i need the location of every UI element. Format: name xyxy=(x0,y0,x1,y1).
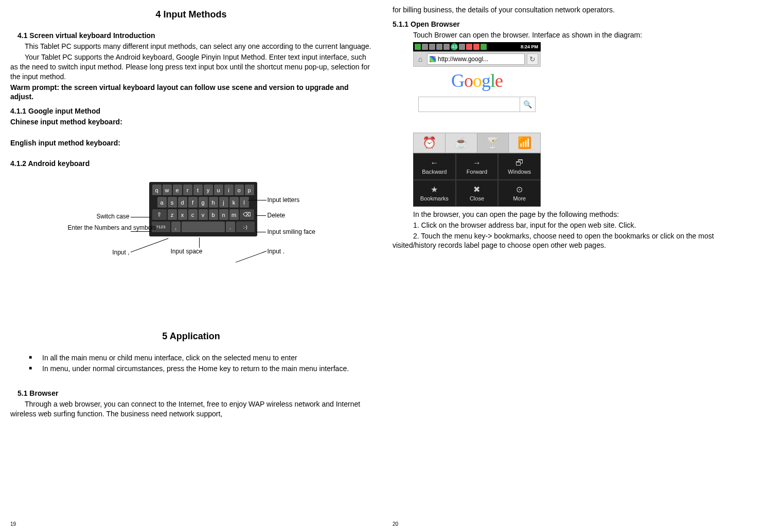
android-keyboard-diagram: q w e r t y u i o p a s d f g h j k l xyxy=(68,182,315,290)
key: m xyxy=(229,209,239,221)
signal-icon xyxy=(473,44,479,50)
battery-icon xyxy=(481,44,487,50)
menu-label: Close xyxy=(470,195,484,201)
menu-tab[interactable]: 🍸 xyxy=(477,133,509,153)
warm-prompt: Warm prompt: the screen virtual keyboard… xyxy=(10,83,372,102)
close-icon: ✖ xyxy=(473,185,480,194)
key: k xyxy=(229,197,239,208)
kb-row-2: a s d f g h j k l xyxy=(152,197,255,208)
key-smile: :-) xyxy=(236,222,255,233)
status-icon xyxy=(436,44,442,50)
menu-grid: ← Backward → Forward 🗗 Windows ★ Bookmar… xyxy=(413,153,541,207)
key: y xyxy=(204,185,213,196)
status-icon xyxy=(429,44,435,50)
menu-item-bookmarks[interactable]: ★ Bookmarks xyxy=(413,180,456,207)
menu-tab[interactable]: ☕ xyxy=(446,133,477,153)
key: i xyxy=(224,185,234,196)
key: w xyxy=(163,185,172,196)
label-input-space: Input space xyxy=(171,248,203,255)
favicon-icon xyxy=(430,56,436,62)
section-5-1-heading: 5.1 Browser xyxy=(10,389,372,397)
key: j xyxy=(219,197,228,208)
key-delete: ⌫ xyxy=(240,209,254,221)
menu-label: Forward xyxy=(467,169,487,175)
status-icon xyxy=(422,44,428,50)
section-4-1-1-heading: 4.1.1 Google input Method xyxy=(10,107,372,115)
key: h xyxy=(209,197,218,208)
label-switch-case: Switch case xyxy=(68,213,130,220)
status-icon xyxy=(459,44,465,50)
para-5-1-1: Touch Brower can open the browser. Inter… xyxy=(413,30,754,40)
page-right: for billing business, the details of you… xyxy=(382,0,764,532)
menu-label: Backward xyxy=(422,169,447,175)
page-number-right: 20 xyxy=(393,521,398,527)
key-shift: ⇧ xyxy=(152,209,167,221)
status-icon xyxy=(415,44,421,50)
menu-item-windows[interactable]: 🗗 Windows xyxy=(498,153,541,180)
key: a xyxy=(157,197,167,208)
url-text: http://www.googl... xyxy=(438,56,488,63)
key: v xyxy=(199,209,208,221)
address-bar[interactable]: http://www.googl... xyxy=(427,53,525,65)
label-input-period: Input . xyxy=(268,248,284,255)
para-4-1-a: This Tablet PC supports many different i… xyxy=(10,42,372,51)
more-icon: ⊙ xyxy=(516,185,523,194)
english-kb-label: English input method keyboard: xyxy=(10,138,372,148)
para-method-1: 1. Click on the browser address bar, inp… xyxy=(413,221,754,230)
search-row: 🔍 xyxy=(418,97,536,112)
key: e xyxy=(173,185,182,196)
chapter-4-title: 4 Input Methods xyxy=(10,9,372,20)
key: f xyxy=(188,197,198,208)
menu-tab[interactable]: ⏰ xyxy=(414,133,446,153)
menu-item-backward[interactable]: ← Backward xyxy=(413,153,456,180)
label-input-comma: Input , xyxy=(68,249,130,256)
menu-tab[interactable]: 📶 xyxy=(509,133,540,153)
para-continuation: for billing business, the details of you… xyxy=(393,5,754,15)
status-bar: 43 8:24 PM xyxy=(413,42,541,51)
key: u xyxy=(214,185,223,196)
google-logo: Google xyxy=(413,67,541,97)
browser-screenshot: 43 8:24 PM ⌂ http://www.googl... ↻ Googl… xyxy=(413,42,541,112)
section-4-1-2-heading: 4.1.2 Android keyboard xyxy=(10,159,372,168)
section-5-1-1-heading: 5.1.1 Open Browser xyxy=(393,20,754,28)
key: c xyxy=(188,209,198,221)
key: t xyxy=(193,185,203,196)
search-input[interactable] xyxy=(419,97,520,112)
label-input-smile: Input smiling face xyxy=(268,228,315,235)
reload-button[interactable]: ↻ xyxy=(527,53,538,65)
app-bullets: In all the main menu or child menu inter… xyxy=(29,353,372,374)
key-space xyxy=(182,222,225,233)
label-input-letters: Input letters xyxy=(268,196,300,204)
signal-icon xyxy=(466,44,472,50)
menu-item-close[interactable]: ✖ Close xyxy=(456,180,499,207)
key: g xyxy=(199,197,208,208)
windows-icon: 🗗 xyxy=(515,158,524,168)
page-number-left: 19 xyxy=(10,521,16,527)
search-button[interactable]: 🔍 xyxy=(520,97,535,112)
menu-label: Windows xyxy=(508,169,531,175)
kb-row-4: ?123 , . :-) xyxy=(152,222,255,233)
menu-tab-row: ⏰ ☕ 🍸 📶 xyxy=(413,133,541,153)
para-methods-intro: In the browser, you can open the page by… xyxy=(413,210,754,219)
status-badge: 43 xyxy=(451,43,458,50)
key: n xyxy=(219,209,228,221)
key-comma: , xyxy=(171,222,181,233)
menu-label: More xyxy=(513,195,526,201)
key: p xyxy=(245,185,254,196)
star-icon: ★ xyxy=(431,185,438,194)
key: s xyxy=(168,197,177,208)
chinese-kb-label: Chinese input method keyboard: xyxy=(10,117,372,127)
menu-item-more[interactable]: ⊙ More xyxy=(498,180,541,207)
home-icon[interactable]: ⌂ xyxy=(416,54,425,64)
key-period: . xyxy=(226,222,235,233)
key: l xyxy=(240,197,249,208)
para-4-1-b: Your Tablet PC supports the Android keyb… xyxy=(10,52,372,82)
label-enter-numbers: Enter the Numbers and symbols xyxy=(68,224,130,231)
kb-row-3: ⇧ z x c v b n m ⌫ xyxy=(152,209,255,221)
status-icon xyxy=(443,44,450,50)
key: d xyxy=(178,197,187,208)
menu-item-forward[interactable]: → Forward xyxy=(456,153,499,180)
kb-row-1: q w e r t y u i o p xyxy=(152,185,255,196)
para-method-2: 2. Touch the menu key-> bookmarks, choos… xyxy=(393,231,754,251)
chapter-5-title: 5 Application xyxy=(10,331,372,342)
